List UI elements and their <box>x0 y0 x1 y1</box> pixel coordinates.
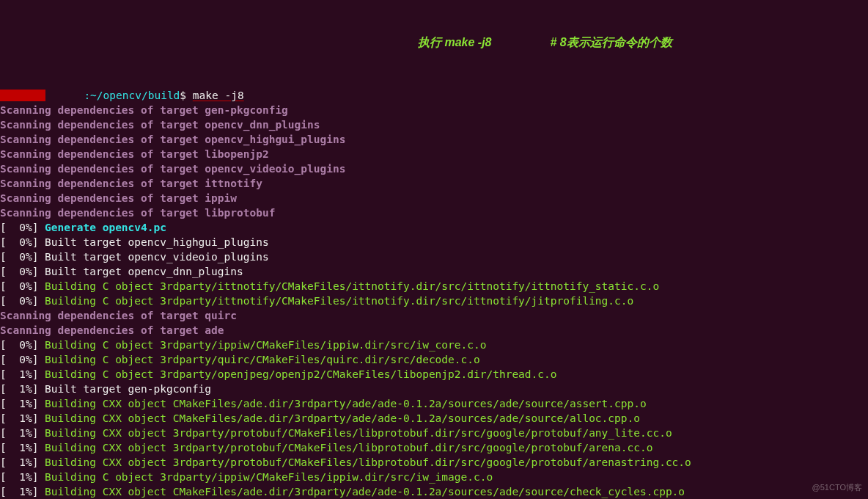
terminal-output: :~/opencv/build$ make -j8Scanning depend… <box>0 59 868 499</box>
output-line: [ 0%] Generate opencv4.pc <box>0 220 868 235</box>
host-redacted <box>0 90 45 101</box>
output-line: Scanning dependencies of target opencv_h… <box>0 132 868 147</box>
output-line: Scanning dependencies of target libproto… <box>0 205 868 220</box>
output-line: [ 0%] Built target opencv_videoio_plugin… <box>0 249 868 264</box>
annotation-overlay: 执行 make -j8 # 8表示运行命令的个数 <box>418 35 672 50</box>
output-line: Scanning dependencies of target opencv_v… <box>0 161 868 176</box>
output-line: [ 1%] Building CXX object CMakeFiles/ade… <box>0 484 868 499</box>
output-line: Scanning dependencies of target ittnotif… <box>0 176 868 191</box>
output-line: [ 0%] Built target opencv_highgui_plugin… <box>0 235 868 249</box>
prompt-command: make -j8 <box>193 90 244 101</box>
output-line: [ 0%] Building C object 3rdparty/quirc/C… <box>0 352 868 367</box>
output-line: Scanning dependencies of target opencv_d… <box>0 117 868 132</box>
output-line: [ 1%] Building C object 3rdparty/openjpe… <box>0 367 868 382</box>
output-line: [ 1%] Building CXX object CMakeFiles/ade… <box>0 396 868 411</box>
output-line: Scanning dependencies of target ade <box>0 323 868 338</box>
output-line: [ 1%] Building CXX object 3rdparty/proto… <box>0 426 868 440</box>
output-line: [ 0%] Building C object 3rdparty/ippiw/C… <box>0 338 868 352</box>
output-line: [ 1%] Built target gen-pkgconfig <box>0 382 868 396</box>
annotation-right: # 8表示运行命令的个数 <box>550 35 672 50</box>
output-line: [ 0%] Building C object 3rdparty/ittnoti… <box>0 294 868 308</box>
output-line: Scanning dependencies of target ippiw <box>0 191 868 205</box>
prompt-line[interactable]: :~/opencv/build$ make -j8 <box>0 88 868 103</box>
output-line: Scanning dependencies of target gen-pkgc… <box>0 103 868 117</box>
output-line: [ 1%] Building C object 3rdparty/ippiw/C… <box>0 470 868 484</box>
output-line: [ 1%] Building CXX object CMakeFiles/ade… <box>0 411 868 426</box>
watermark: @51CTO博客 <box>812 480 862 495</box>
output-line: [ 0%] Built target opencv_dnn_plugins <box>0 264 868 279</box>
prompt-path: :~/opencv/build <box>84 90 180 101</box>
output-line: [ 0%] Building C object 3rdparty/ittnoti… <box>0 279 868 294</box>
output-line: [ 1%] Building CXX object 3rdparty/proto… <box>0 440 868 455</box>
output-line: [ 1%] Building CXX object 3rdparty/proto… <box>0 455 868 470</box>
annotation-left: 执行 make -j8 <box>418 35 491 50</box>
output-line: Scanning dependencies of target quirc <box>0 308 868 323</box>
output-line: Scanning dependencies of target libopenj… <box>0 147 868 161</box>
prompt-symbol: $ <box>180 90 192 101</box>
